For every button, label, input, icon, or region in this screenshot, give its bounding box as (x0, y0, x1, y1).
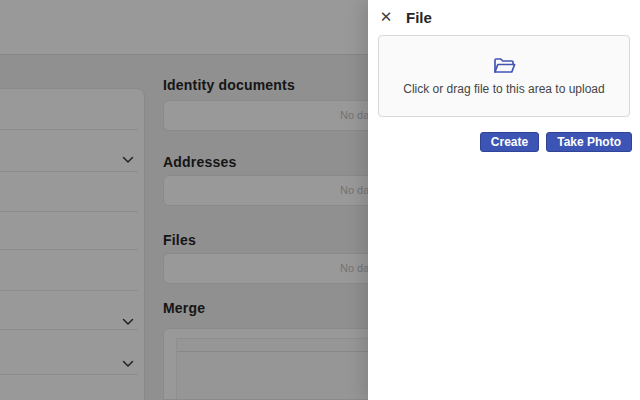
file-drawer: ✕ File Click or drag file to this area t… (368, 0, 640, 400)
upload-dropzone[interactable]: Click or drag file to this area to uploa… (378, 35, 630, 117)
drawer-header: ✕ File (368, 0, 640, 32)
create-button[interactable]: Create (480, 132, 539, 152)
drawer-actions: Create Take Photo (368, 132, 632, 152)
close-icon[interactable]: ✕ (377, 8, 395, 26)
app-screen: Identity documents No data Addresses No … (0, 0, 640, 400)
upload-hint-text: Click or drag file to this area to uploa… (403, 82, 604, 96)
take-photo-button[interactable]: Take Photo (546, 132, 632, 152)
drawer-title: File (406, 9, 432, 26)
folder-open-icon (492, 56, 516, 76)
